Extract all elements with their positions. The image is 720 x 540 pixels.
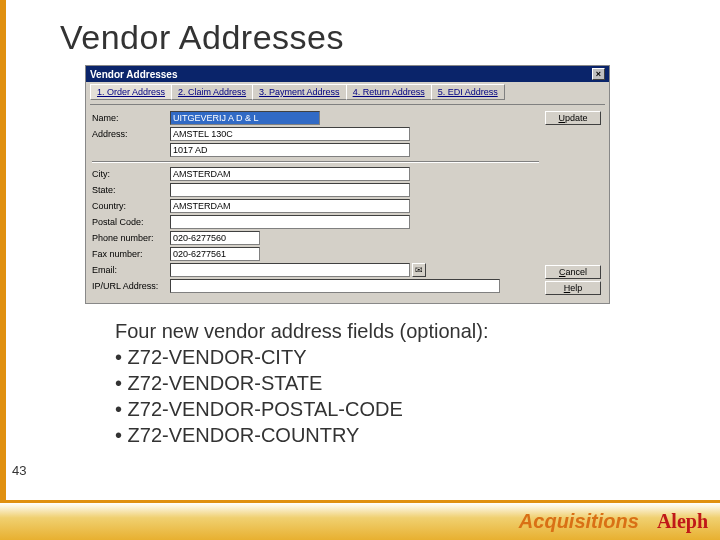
email-button-icon[interactable]: ✉ (412, 263, 426, 277)
label-name: Name: (92, 113, 170, 123)
window-title: Vendor Addresses (90, 69, 177, 80)
address-field-2[interactable] (170, 143, 410, 157)
name-field[interactable] (170, 111, 320, 125)
slide-footer: Acquisitions Aleph (0, 500, 720, 540)
tab-strip: 1. Order Address 2. Claim Address 3. Pay… (90, 84, 605, 100)
label-country: Country: (92, 201, 170, 211)
bullet-item: Z72-VENDOR-STATE (115, 370, 720, 396)
form-fields: Name: Address: City: State: (92, 111, 539, 295)
bullet-item: Z72-VENDOR-CITY (115, 344, 720, 370)
slide-title: Vendor Addresses (0, 0, 720, 65)
state-field[interactable] (170, 183, 410, 197)
phone-field[interactable] (170, 231, 260, 245)
postal-code-field[interactable] (170, 215, 410, 229)
cancel-button[interactable]: Cancel (545, 265, 601, 279)
bullet-list: Z72-VENDOR-CITY Z72-VENDOR-STATE Z72-VEN… (115, 344, 720, 448)
ipurl-field[interactable] (170, 279, 500, 293)
tab-order-address[interactable]: 1. Order Address (90, 84, 172, 100)
label-state: State: (92, 185, 170, 195)
footer-section-title: Acquisitions (519, 510, 639, 533)
bullet-item: Z72-VENDOR-POSTAL-CODE (115, 396, 720, 422)
label-email: Email: (92, 265, 170, 275)
label-address: Address: (92, 129, 170, 139)
window-body: 1. Order Address 2. Claim Address 3. Pay… (86, 82, 609, 303)
tab-claim-address[interactable]: 2. Claim Address (171, 84, 253, 100)
label-postal: Postal Code: (92, 217, 170, 227)
window-titlebar: Vendor Addresses × (86, 66, 609, 82)
label-city: City: (92, 169, 170, 179)
bullet-item: Z72-VENDOR-COUNTRY (115, 422, 720, 448)
page-number: 43 (12, 463, 26, 478)
vendor-addresses-window: Vendor Addresses × 1. Order Address 2. C… (85, 65, 610, 304)
divider (92, 161, 539, 163)
email-field[interactable] (170, 263, 410, 277)
label-phone: Phone number: (92, 233, 170, 243)
help-button[interactable]: Help (545, 281, 601, 295)
label-fax: Fax number: (92, 249, 170, 259)
aleph-logo: Aleph (657, 510, 708, 533)
button-column: Update Cancel Help (539, 111, 603, 295)
label-ipurl: IP/URL Address: (92, 281, 170, 291)
tab-return-address[interactable]: 4. Return Address (346, 84, 432, 100)
tab-edi-address[interactable]: 5. EDI Address (431, 84, 505, 100)
slide-body-text: Four new vendor address fields (optional… (115, 318, 720, 448)
country-field[interactable] (170, 199, 410, 213)
body-intro: Four new vendor address fields (optional… (115, 318, 720, 344)
fax-field[interactable] (170, 247, 260, 261)
slide-left-edge (0, 0, 6, 500)
close-icon[interactable]: × (592, 68, 605, 80)
update-button[interactable]: Update (545, 111, 601, 125)
address-field-1[interactable] (170, 127, 410, 141)
city-field[interactable] (170, 167, 410, 181)
tab-payment-address[interactable]: 3. Payment Address (252, 84, 347, 100)
